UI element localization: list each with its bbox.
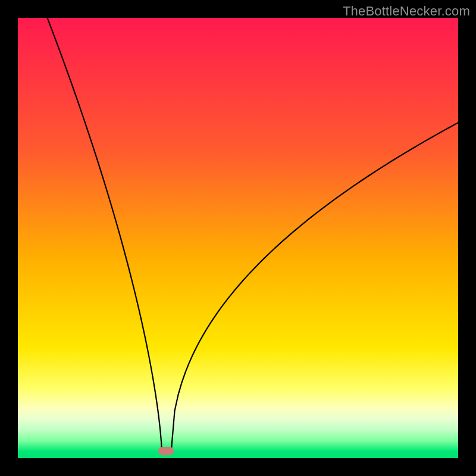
optimal-point-marker [158, 447, 174, 455]
bottleneck-curve [18, 18, 458, 458]
chart-frame: TheBottleNecker.com [0, 0, 476, 476]
plot-area [18, 18, 458, 458]
watermark-text: TheBottleNecker.com [343, 4, 470, 19]
